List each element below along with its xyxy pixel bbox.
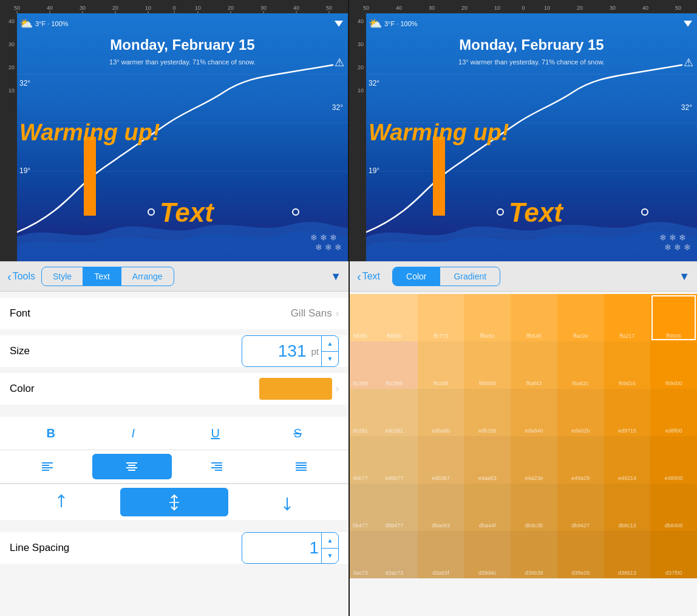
color-cell-1-3[interactable]: f6af43: [511, 341, 557, 389]
color-cell-5-6[interactable]: d37f00: [650, 531, 697, 578]
section-divider-2: [0, 520, 348, 526]
color-cell-4-3[interactable]: db9c3b: [511, 484, 557, 531]
color-hex-label: e4bb77: [385, 475, 403, 481]
valign-top-button[interactable]: [7, 488, 115, 516]
color-cell-1-0[interactable]: f6c398: [371, 341, 418, 389]
color-cell-0-2[interactable]: ffbe5c: [464, 294, 511, 341]
svg-text:50: 50: [675, 5, 681, 11]
color-cell-3-4[interactable]: e49a29: [557, 436, 604, 484]
color-cell-3-2[interactable]: e4aa53: [464, 436, 511, 484]
color-cell-0-0[interactable]: ffd08b: [371, 294, 418, 341]
color-cell-3-6[interactable]: e48900: [650, 436, 697, 484]
color-cell-5-2[interactable]: d39d4c: [464, 531, 511, 578]
color-cell-4-1[interactable]: dbac63: [418, 484, 464, 531]
size-input[interactable]: 131 pt ▲ ▼: [242, 335, 339, 367]
stepper-down[interactable]: ▼: [322, 352, 338, 367]
color-cell-0-4[interactable]: ffac2e: [557, 294, 604, 341]
dropdown-arrow-left[interactable]: ▼: [330, 270, 341, 283]
weather-top-bar-right: ⛅ 3°F · 100%: [369, 17, 692, 30]
line-spacing-input[interactable]: 1 ▲ ▼: [242, 532, 339, 564]
color-row-0: fd08bffd08bffc773ffbe5cffb545ffac2effa21…: [350, 294, 697, 341]
color-cell-2-2[interactable]: edb156: [464, 389, 511, 436]
valign-middle-button[interactable]: [120, 488, 228, 516]
color-cell-2-0[interactable]: edc281: [371, 389, 418, 436]
line-spacing-stepper[interactable]: ▲ ▼: [321, 533, 338, 563]
bold-button[interactable]: B: [10, 417, 92, 450]
color-cell-partial-4[interactable]: bb477: [350, 484, 371, 531]
gradient-tab[interactable]: Gradient: [440, 267, 500, 286]
svg-text:20: 20: [228, 5, 234, 11]
color-cell-partial-0[interactable]: fd08b: [350, 294, 371, 341]
stepper-up[interactable]: ▲: [322, 336, 338, 352]
align-center-button[interactable]: [92, 454, 172, 479]
color-cell-4-4[interactable]: db9427: [557, 484, 604, 531]
color-cell-partial-5[interactable]: 3ac73: [350, 531, 371, 578]
line-spacing-up[interactable]: ▲: [322, 533, 338, 549]
color-cell-3-0[interactable]: e4bb77: [371, 436, 418, 484]
style-tab[interactable]: Style: [42, 267, 83, 286]
color-cell-1-1[interactable]: f6c06f: [418, 341, 464, 389]
color-cell-1-2[interactable]: f6b859: [464, 341, 511, 389]
color-cell-4-5[interactable]: db8c13: [604, 484, 651, 531]
back-button-left[interactable]: ‹ Tools: [7, 270, 35, 284]
color-cell-2-1[interactable]: edba6b: [418, 389, 464, 436]
color-cell-5-0[interactable]: d3ac73: [371, 531, 418, 578]
color-hex-partial: fd08b: [353, 333, 367, 339]
color-tab[interactable]: Color: [393, 267, 440, 286]
color-cell-2-6[interactable]: ed8f00: [650, 389, 697, 436]
color-cell-5-4[interactable]: d38e26: [557, 531, 604, 578]
color-hex-label: e49a29: [571, 475, 590, 481]
color-cell-1-5[interactable]: f69d16: [604, 341, 651, 389]
size-section: Size 131 pt ▲ ▼: [0, 335, 348, 367]
color-cell-partial-2[interactable]: dc281: [350, 389, 371, 436]
warning-icon-left: ⚠: [335, 56, 344, 69]
color-cell-3-3[interactable]: e4a23e: [511, 436, 557, 484]
color-hex-label: e4aa53: [478, 475, 497, 481]
color-cell-3-5[interactable]: e49214: [604, 436, 651, 484]
color-cell-2-5[interactable]: ed9715: [604, 389, 651, 436]
orange-bar-right: [433, 137, 445, 216]
color-cell-0-1[interactable]: ffc773: [418, 294, 464, 341]
arrange-tab[interactable]: Arrange: [121, 267, 174, 286]
svg-text:30: 30: [610, 5, 616, 11]
color-row-5: 3ac73d3ac73d3a55fd39d4cd39639d38e26d3861…: [350, 531, 697, 578]
color-cell-0-3[interactable]: ffb545: [511, 294, 557, 341]
color-cell-0-6[interactable]: ff9906: [650, 294, 697, 341]
color-cell-4-0[interactable]: dbb477: [371, 484, 418, 531]
color-cell-5-3[interactable]: d39639: [511, 531, 557, 578]
size-stepper[interactable]: ▲ ▼: [321, 336, 338, 366]
line-spacing-section: Line Spacing 1 ▲ ▼: [0, 532, 348, 564]
align-left-button[interactable]: [7, 454, 87, 479]
valign-bottom-button[interactable]: [233, 488, 341, 516]
color-cell-1-6[interactable]: f69400: [650, 341, 697, 389]
strikethrough-button[interactable]: S: [257, 417, 339, 450]
color-cell-5-1[interactable]: d3a55f: [418, 531, 464, 578]
color-label: Color: [10, 383, 259, 395]
color-cell-4-2[interactable]: dba44f: [464, 484, 511, 531]
color-hex-label: ed9715: [618, 428, 636, 434]
svg-text:10: 10: [145, 5, 151, 11]
underline-button[interactable]: U: [174, 417, 257, 450]
color-cell-1-4[interactable]: f6a62c: [557, 341, 604, 389]
align-right-button[interactable]: [177, 454, 257, 479]
color-swatch[interactable]: [259, 378, 332, 400]
color-cell-0-5[interactable]: ffa217: [604, 294, 651, 341]
line-spacing-down[interactable]: ▼: [322, 549, 338, 564]
color-hex-label: d3ac73: [386, 570, 404, 576]
top-panels: 50 40 30 20 10 0 10 20 30 40 50: [0, 0, 697, 261]
color-cell-5-5[interactable]: d38613: [604, 531, 651, 578]
color-cell-3-1[interactable]: e4b367: [418, 436, 464, 484]
color-cell-partial-3[interactable]: 4bb77: [350, 436, 371, 484]
align-justify-button[interactable]: [262, 454, 342, 479]
text-style-row: B I U S: [0, 417, 348, 450]
color-cell-2-4[interactable]: eda02b: [557, 389, 604, 436]
temp19-right: 19°: [369, 166, 379, 175]
font-row[interactable]: Font Gill Sans ›: [10, 298, 339, 329]
italic-button[interactable]: I: [92, 417, 175, 450]
color-cell-2-3[interactable]: eda840: [511, 389, 557, 436]
text-tab[interactable]: Text: [83, 267, 121, 286]
back-button-right[interactable]: ‹ Text: [357, 270, 380, 284]
color-cell-partial-1[interactable]: 6c398: [350, 341, 371, 389]
dropdown-arrow-right[interactable]: ▼: [679, 270, 690, 283]
color-cell-4-6[interactable]: db8400: [650, 484, 697, 531]
